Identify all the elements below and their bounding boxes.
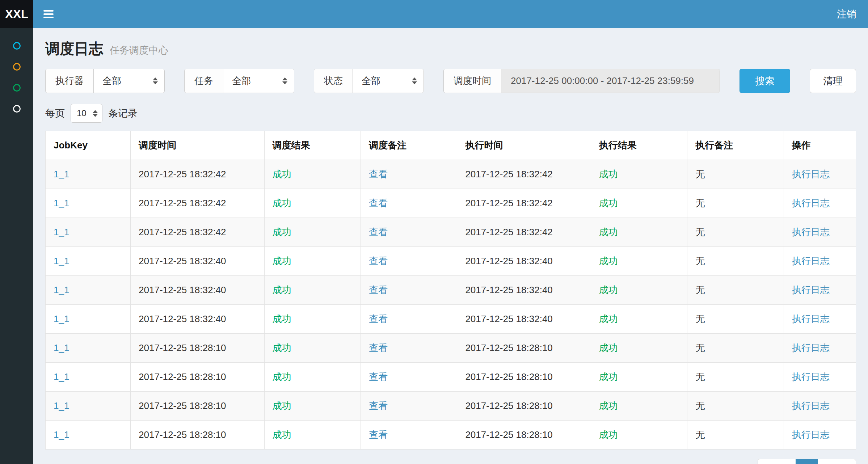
- execution-log-link[interactable]: 执行日志: [792, 371, 830, 382]
- page-size-value: 10: [77, 108, 87, 118]
- sidebar-item-2[interactable]: [0, 56, 33, 77]
- trigger-msg-link[interactable]: 查看: [369, 371, 388, 382]
- trigger-time-cell: 2017-12-25 18:32:42: [131, 189, 264, 218]
- navbar-main: 注销: [33, 0, 868, 28]
- status-filter-group: 状态 全部: [314, 69, 424, 93]
- execution-log-link[interactable]: 执行日志: [792, 313, 830, 324]
- trigger-msg-link[interactable]: 查看: [369, 284, 388, 295]
- execution-log-link[interactable]: 执行日志: [792, 429, 830, 440]
- handle-msg-cell: 无: [687, 160, 784, 189]
- logout-link[interactable]: 注销: [825, 0, 868, 28]
- execution-log-link[interactable]: 执行日志: [792, 256, 830, 266]
- trigger-time-cell: 2017-12-25 18:32:40: [131, 276, 264, 305]
- execution-log-link[interactable]: 执行日志: [792, 342, 830, 353]
- page-size-select[interactable]: 10: [71, 104, 102, 123]
- handle-time-cell: 2017-12-25 18:32:40: [457, 247, 591, 276]
- page-title-text: 调度日志: [45, 39, 103, 59]
- trigger-msg-link[interactable]: 查看: [369, 429, 388, 440]
- handle-result-cell: 成功: [591, 276, 687, 305]
- jobkey-link[interactable]: 1_1: [54, 284, 69, 295]
- trigger-time-filter-label: 调度时间: [444, 69, 501, 93]
- execution-log-link[interactable]: 执行日志: [792, 169, 830, 180]
- executor-select[interactable]: 全部: [94, 69, 164, 93]
- trigger-msg-link[interactable]: 查看: [369, 169, 388, 180]
- table-row: 1_1 2017-12-25 18:32:40 成功 查看 2017-12-25…: [46, 247, 856, 276]
- jobkey-link[interactable]: 1_1: [54, 198, 69, 208]
- column-header: 调度结果: [264, 131, 361, 160]
- handle-msg-cell: 无: [687, 392, 784, 421]
- trigger-msg-link[interactable]: 查看: [369, 198, 388, 208]
- prev-page-button[interactable]: 上页: [758, 459, 796, 464]
- trigger-result-text: 成功: [273, 284, 291, 295]
- jobkey-link[interactable]: 1_1: [54, 371, 69, 382]
- clear-button[interactable]: 清理: [810, 69, 856, 93]
- action-cell: 执行日志: [784, 276, 856, 305]
- job-select[interactable]: 全部: [223, 69, 294, 93]
- trigger-result-cell: 成功: [264, 334, 361, 363]
- executor-filter-label: 执行器: [46, 69, 94, 93]
- executor-filter-group: 执行器 全部: [45, 69, 165, 93]
- execution-log-link[interactable]: 执行日志: [792, 198, 830, 208]
- jobkey-cell: 1_1: [46, 305, 131, 334]
- trigger-msg-link[interactable]: 查看: [369, 227, 388, 237]
- trigger-msg-link[interactable]: 查看: [369, 256, 388, 266]
- handle-result-cell: 成功: [591, 392, 687, 421]
- handle-result-text: 成功: [599, 371, 618, 382]
- trigger-msg-link[interactable]: 查看: [369, 400, 388, 411]
- status-select[interactable]: 全部: [353, 69, 424, 93]
- execution-log-link[interactable]: 执行日志: [792, 400, 830, 411]
- sidebar-item-4[interactable]: [0, 98, 33, 119]
- column-header: 调度时间: [131, 131, 264, 160]
- handle-time-cell: 2017-12-25 18:28:10: [457, 363, 591, 392]
- hamburger-icon: [43, 10, 54, 18]
- search-button[interactable]: 搜索: [740, 69, 790, 93]
- execution-log-link[interactable]: 执行日志: [792, 284, 830, 295]
- trigger-time-cell: 2017-12-25 18:28:10: [131, 392, 264, 421]
- app-logo[interactable]: XXL: [0, 0, 33, 28]
- handle-time-cell: 2017-12-25 18:32:42: [457, 189, 591, 218]
- jobkey-link[interactable]: 1_1: [54, 342, 69, 353]
- trigger-result-cell: 成功: [264, 305, 361, 334]
- handle-time-cell: 2017-12-25 18:32:40: [457, 305, 591, 334]
- table-row: 1_1 2017-12-25 18:28:10 成功 查看 2017-12-25…: [46, 421, 856, 450]
- handle-result-cell: 成功: [591, 363, 687, 392]
- trigger-msg-cell: 查看: [361, 305, 457, 334]
- jobkey-link[interactable]: 1_1: [54, 169, 69, 180]
- page-1-button[interactable]: 1: [796, 459, 818, 464]
- select-stepper-icon: [412, 77, 417, 84]
- column-header: 执行时间: [457, 131, 591, 160]
- job-select-value: 全部: [232, 75, 251, 87]
- next-page-button[interactable]: 下页: [818, 459, 856, 464]
- sidebar-toggle-button[interactable]: [33, 0, 64, 28]
- handle-result-text: 成功: [599, 284, 618, 295]
- handle-time-cell: 2017-12-25 18:32:42: [457, 218, 591, 247]
- jobkey-cell: 1_1: [46, 363, 131, 392]
- handle-time-cell: 2017-12-25 18:28:10: [457, 421, 591, 450]
- execution-log-link[interactable]: 执行日志: [792, 227, 830, 237]
- trigger-result-cell: 成功: [264, 276, 361, 305]
- jobkey-cell: 1_1: [46, 276, 131, 305]
- trigger-result-cell: 成功: [264, 247, 361, 276]
- sidebar-item-3[interactable]: [0, 77, 33, 98]
- handle-result-cell: 成功: [591, 421, 687, 450]
- action-cell: 执行日志: [784, 189, 856, 218]
- trigger-time-range-input[interactable]: [501, 69, 720, 93]
- trigger-msg-cell: 查看: [361, 160, 457, 189]
- column-header: 调度备注: [361, 131, 457, 160]
- action-cell: 执行日志: [784, 160, 856, 189]
- jobkey-link[interactable]: 1_1: [54, 313, 69, 324]
- page-size-suffix: 条记录: [108, 107, 138, 120]
- jobkey-link[interactable]: 1_1: [54, 429, 69, 440]
- trigger-msg-cell: 查看: [361, 189, 457, 218]
- jobkey-link[interactable]: 1_1: [54, 227, 69, 237]
- status-filter-label: 状态: [314, 69, 353, 93]
- trigger-msg-link[interactable]: 查看: [369, 313, 388, 324]
- trigger-msg-link[interactable]: 查看: [369, 342, 388, 353]
- sidebar-item-1[interactable]: [0, 35, 33, 56]
- table-row: 1_1 2017-12-25 18:32:40 成功 查看 2017-12-25…: [46, 276, 856, 305]
- trigger-result-text: 成功: [273, 227, 291, 237]
- jobkey-link[interactable]: 1_1: [54, 400, 69, 411]
- jobkey-cell: 1_1: [46, 334, 131, 363]
- jobkey-link[interactable]: 1_1: [54, 256, 69, 266]
- handle-msg-cell: 无: [687, 276, 784, 305]
